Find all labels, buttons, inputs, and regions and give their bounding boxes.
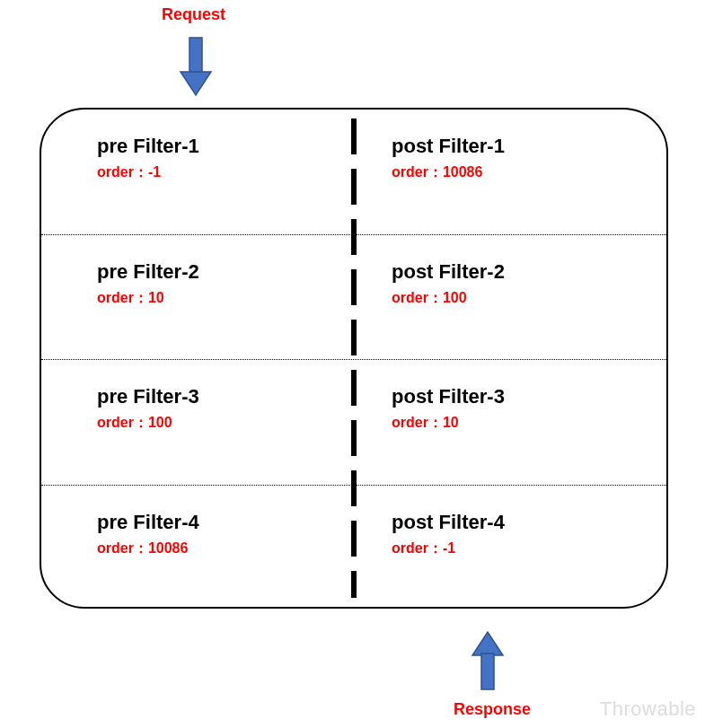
- pre-filter-cell: pre Filter-2 order：10: [41, 235, 354, 360]
- post-filter-order: order：100: [392, 289, 666, 308]
- filter-row: pre Filter-2 order：10 post Filter-2 orde…: [41, 235, 666, 361]
- post-filter-cell: post Filter-1 order：10086: [354, 110, 666, 234]
- request-label: Request: [162, 5, 225, 24]
- pre-filter-order: order：10: [97, 289, 354, 308]
- filter-row: pre Filter-1 order：-1 post Filter-1 orde…: [41, 110, 666, 235]
- pre-filter-order: order：-1: [97, 163, 354, 182]
- arrow-up-icon: [470, 628, 506, 691]
- pre-filter-name: pre Filter-1: [97, 135, 354, 158]
- svg-marker-2: [472, 632, 503, 655]
- svg-marker-1: [181, 72, 211, 95]
- svg-rect-0: [189, 38, 202, 74]
- pre-filter-cell: pre Filter-4 order：10086: [41, 486, 354, 610]
- filter-row: pre Filter-4 order：10086 post Filter-4 o…: [41, 486, 666, 610]
- arrow-down-icon: [178, 36, 214, 99]
- post-filter-order: order：10: [392, 414, 666, 433]
- pre-filter-cell: pre Filter-3 order：100: [41, 360, 354, 485]
- post-filter-name: post Filter-3: [392, 385, 666, 408]
- post-filter-cell: post Filter-3 order：10: [354, 360, 666, 485]
- pre-filter-name: pre Filter-3: [97, 385, 354, 408]
- pre-filter-order: order：10086: [97, 539, 354, 558]
- post-filter-name: post Filter-2: [392, 260, 666, 284]
- pre-filter-name: pre Filter-4: [97, 511, 354, 534]
- response-label: Response: [454, 700, 531, 719]
- post-filter-order: order：10086: [392, 163, 666, 182]
- post-filter-cell: post Filter-4 order：-1: [354, 486, 666, 610]
- post-filter-name: post Filter-4: [392, 511, 666, 534]
- filter-container: pre Filter-1 order：-1 post Filter-1 orde…: [40, 108, 668, 609]
- pre-filter-order: order：100: [97, 414, 354, 433]
- post-filter-name: post Filter-1: [392, 135, 666, 158]
- pre-filter-cell: pre Filter-1 order：-1: [41, 110, 354, 234]
- pre-filter-name: pre Filter-2: [97, 260, 354, 284]
- post-filter-cell: post Filter-2 order：100: [354, 235, 666, 360]
- watermark: Throwable: [600, 697, 696, 721]
- post-filter-order: order：-1: [392, 539, 666, 558]
- svg-rect-3: [481, 653, 494, 689]
- filter-row: pre Filter-3 order：100 post Filter-3 ord…: [41, 360, 666, 486]
